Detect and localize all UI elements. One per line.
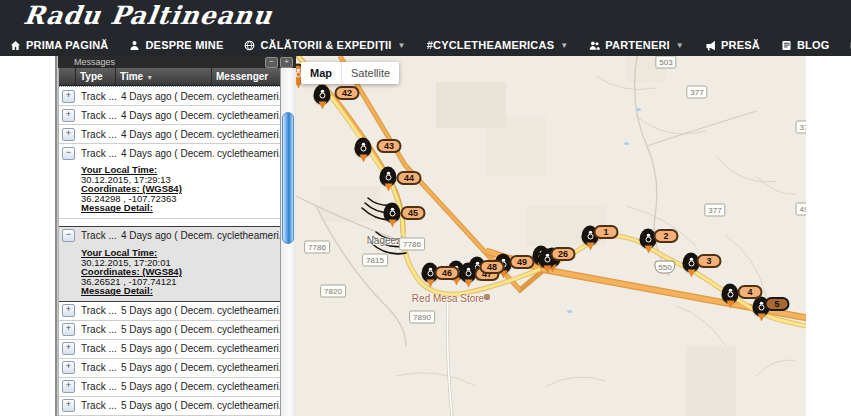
time-cell: 5 Days ago ( Decem... bbox=[118, 343, 214, 354]
nav-item-c-l-torii-expedi-ii[interactable]: CĂLĂTORII & EXPEDIȚII▼ bbox=[244, 39, 405, 51]
message-row-summary[interactable]: +Track ...4 Days ago ( Decem...cyclethea… bbox=[59, 86, 282, 105]
map-marker-label-46[interactable]: 46 bbox=[435, 266, 460, 280]
expand-row-button[interactable]: + bbox=[62, 128, 75, 141]
map-marker-label-45[interactable]: 45 bbox=[401, 206, 426, 220]
map-marker-label-5[interactable]: 5 bbox=[765, 297, 790, 311]
message-row-summary[interactable]: +Track ...5 Days ago ( Decem...cyclethea… bbox=[59, 397, 282, 415]
popout-button[interactable]: + bbox=[280, 57, 293, 68]
messenger-cell: cycletheameri... bbox=[214, 91, 282, 102]
map-marker-pin-4[interactable] bbox=[722, 284, 739, 313]
satellite-button[interactable]: Satellite bbox=[341, 62, 399, 84]
nav-item-cycletheamericas[interactable]: #CYCLETHEAMERICAS▼ bbox=[427, 39, 569, 51]
messages-grid: Type Time▼ Messenger +Track ...4 Days ag… bbox=[58, 68, 282, 416]
message-row[interactable]: +Track ...5 Days ago ( Decem...cyclethea… bbox=[59, 302, 282, 321]
spot-tracker-icon bbox=[645, 237, 651, 243]
spot-tracker-icon bbox=[360, 146, 366, 152]
map-marker-label-44[interactable]: 44 bbox=[397, 171, 422, 185]
map-marker-label-4[interactable]: 4 bbox=[738, 285, 763, 299]
spot-tracker-icon bbox=[758, 305, 764, 311]
nav-item-parteneri[interactable]: PARTENERI▼ bbox=[589, 39, 684, 51]
collapse-row-button[interactable]: − bbox=[62, 147, 75, 160]
marker-tip bbox=[384, 184, 392, 196]
message-row[interactable]: −Track ...4 Days ago ( Decem...cyclethea… bbox=[59, 226, 282, 302]
map-marker-pin-42[interactable] bbox=[314, 85, 331, 114]
map-marker-pin-45[interactable] bbox=[384, 203, 401, 232]
collapse-row-button[interactable]: − bbox=[62, 229, 75, 242]
message-detail-label: Message Detail: bbox=[81, 286, 282, 296]
expand-row-button[interactable]: + bbox=[62, 109, 75, 122]
messages-scrollbar-thumb[interactable] bbox=[282, 112, 294, 244]
nav-item-pres[interactable]: PRESĂ bbox=[705, 39, 760, 51]
message-row[interactable]: +Track ...4 Days ago ( Decem...cyclethea… bbox=[59, 106, 282, 125]
expand-row-button[interactable]: + bbox=[62, 399, 75, 412]
marker-tip bbox=[687, 270, 695, 282]
message-row[interactable]: −Track ...4 Days ago ( Decem...cyclethea… bbox=[59, 144, 282, 219]
nav-item-label: BLOG bbox=[797, 39, 830, 51]
message-row[interactable]: +Track ...5 Days ago ( Decem...cyclethea… bbox=[59, 321, 282, 340]
page-content: Messages − + Type Time▼ Messenger +Track… bbox=[0, 56, 851, 416]
type-column-header[interactable]: Type bbox=[76, 68, 116, 85]
expand-row-button[interactable]: + bbox=[62, 304, 75, 317]
message-detail: Your Local Time:30.12.2015, 17:20:01Coor… bbox=[59, 245, 282, 301]
site-logo[interactable]: Radu Paltineanu bbox=[22, 1, 274, 30]
expand-row-button[interactable]: + bbox=[62, 380, 75, 393]
map[interactable]: 4243444546474849261234550337737777867786… bbox=[296, 56, 806, 416]
map-marker-label-49[interactable]: 49 bbox=[510, 255, 535, 269]
map-marker-label-3[interactable]: 3 bbox=[697, 254, 722, 268]
message-row-summary[interactable]: +Track ...5 Days ago ( Decem...cyclethea… bbox=[59, 321, 282, 339]
message-row[interactable]: +Track ...4 Days ago ( Decem...cyclethea… bbox=[59, 125, 282, 144]
map-marker-label-2[interactable]: 2 bbox=[654, 229, 679, 243]
map-marker-label-42[interactable]: 42 bbox=[335, 86, 360, 100]
route-shield-503: 503 bbox=[655, 56, 676, 69]
time-column-header[interactable]: Time▼ bbox=[116, 68, 212, 85]
spot-tracker-icon bbox=[688, 261, 694, 267]
marker-tip bbox=[586, 243, 594, 255]
messages-title: Messages bbox=[74, 57, 115, 67]
message-row[interactable]: +Track ...5 Days ago ( Decem...cyclethea… bbox=[59, 359, 282, 378]
message-row-summary[interactable]: +Track ...5 Days ago ( Decem...cyclethea… bbox=[59, 340, 282, 358]
map-marker-label-26[interactable]: 26 bbox=[551, 247, 576, 261]
nav-item-despre-mine[interactable]: DESPRE MINE bbox=[129, 39, 223, 51]
messages-scrollbar[interactable] bbox=[280, 68, 296, 416]
message-row-summary[interactable]: +Track ...4 Days ago ( Decem...cyclethea… bbox=[59, 106, 282, 124]
nav-item-prima-pagin[interactable]: PRIMA PAGINĂ bbox=[10, 39, 108, 51]
map-marker-label-43[interactable]: 43 bbox=[377, 139, 402, 153]
map-marker-pin-43[interactable] bbox=[355, 138, 372, 167]
spot-tracker-icon bbox=[465, 271, 471, 277]
expand-row-button[interactable]: + bbox=[62, 361, 75, 374]
message-row[interactable]: +Track ...4 Days ago ( Decem...cyclethea… bbox=[59, 86, 282, 106]
messenger-column-header[interactable]: Messenger bbox=[212, 68, 282, 85]
message-row[interactable]: +Track ...5 Days ago ( Decem...cyclethea… bbox=[59, 340, 282, 359]
marker-tip bbox=[318, 102, 326, 114]
map-marker-label-1[interactable]: 1 bbox=[594, 225, 619, 239]
map-marker-pin-extra-1[interactable] bbox=[460, 263, 477, 292]
spot-tracker-icon bbox=[319, 93, 325, 99]
nav-item-blog[interactable]: BLOG bbox=[781, 39, 830, 51]
message-row-summary[interactable]: +Track ...4 Days ago ( Decem...cyclethea… bbox=[59, 125, 282, 143]
blog-icon bbox=[781, 40, 792, 51]
message-row-summary[interactable]: −Track ...4 Days ago ( Decem...cyclethea… bbox=[59, 227, 282, 245]
map-marker-label-48[interactable]: 48 bbox=[480, 260, 505, 274]
message-row-summary[interactable]: +Track ...5 Days ago ( Decem...cyclethea… bbox=[59, 359, 282, 377]
message-row[interactable]: +Track ...5 Days ago ( Decem...cyclethea… bbox=[59, 397, 282, 416]
expand-row-button[interactable]: + bbox=[62, 342, 75, 355]
marker-tip bbox=[757, 314, 765, 326]
time-cell: 4 Days ago ( Decem... bbox=[118, 91, 214, 102]
expand-row-button[interactable]: + bbox=[62, 323, 75, 336]
type-cell: Track ... bbox=[78, 362, 118, 373]
route-shield-7786: 7786 bbox=[304, 241, 330, 254]
expand-row-button[interactable]: + bbox=[62, 90, 75, 103]
messages-grid-body: +Track ...4 Days ago ( Decem...cyclethea… bbox=[59, 86, 282, 416]
messenger-cell: cycletheameri... bbox=[214, 110, 282, 121]
time-cell: 5 Days ago ( Decem... bbox=[118, 362, 214, 373]
message-row-summary[interactable]: −Track ...4 Days ago ( Decem...cyclethea… bbox=[59, 144, 282, 162]
map-marker-pin-44[interactable] bbox=[380, 167, 397, 196]
message-row-summary[interactable]: +Track ...5 Days ago ( Decem...cyclethea… bbox=[59, 378, 282, 396]
type-cell: Track ... bbox=[78, 400, 118, 411]
message-row-summary[interactable]: +Track ...5 Days ago ( Decem...cyclethea… bbox=[59, 302, 282, 320]
type-cell: Track ... bbox=[78, 110, 118, 121]
map-button[interactable]: Map bbox=[301, 62, 341, 84]
message-row[interactable]: +Track ...5 Days ago ( Decem...cyclethea… bbox=[59, 378, 282, 397]
minimize-button[interactable]: − bbox=[265, 57, 278, 68]
time-cell: 4 Days ago ( Decem... bbox=[118, 129, 214, 140]
